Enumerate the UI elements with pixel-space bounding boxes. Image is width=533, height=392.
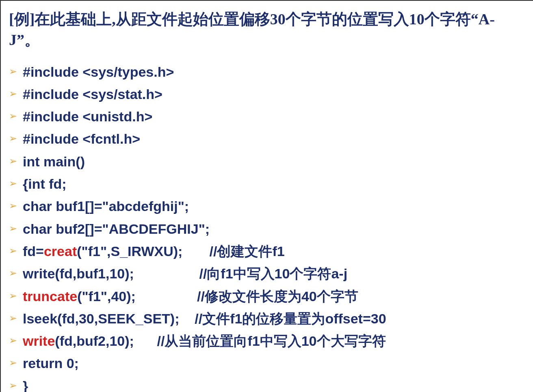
bullet-icon: ➢ — [9, 87, 17, 101]
code-text: lseek(fd,30,SEEK_SET); //文件f1的位移量置为offse… — [23, 309, 386, 329]
code-listing: ➢ #include <sys/types.h> ➢ #include <sys… — [9, 62, 525, 392]
bullet-icon: ➢ — [9, 289, 17, 303]
bullet-icon: ➢ — [9, 199, 17, 213]
bullet-icon: ➢ — [9, 177, 17, 191]
code-text: write(fd,buf2,10); //从当前位置向f1中写入10个大写字符 — [23, 331, 386, 351]
code-text: } — [23, 376, 28, 392]
code-text: #include <fcntl.h> — [23, 129, 140, 149]
code-line: ➢ write(fd,buf2,10); //从当前位置向f1中写入10个大写字… — [9, 331, 525, 351]
slide-title: [例]在此基础上,从距文件起始位置偏移30个字节的位置写入10个字符“A-J”。 — [9, 9, 525, 51]
code-text: #include <sys/stat.h> — [23, 84, 162, 104]
bullet-icon: ➢ — [9, 334, 17, 348]
code-text: fd=creat("f1",S_IRWXU); //创建文件f1 — [23, 241, 285, 261]
code-text: write(fd,buf1,10); //向f1中写入10个字符a-j — [23, 264, 347, 284]
code-text: return 0; — [23, 353, 79, 373]
code-line: ➢ #include <unistd.h> — [9, 107, 525, 127]
code-line: ➢ lseek(fd,30,SEEK_SET); //文件f1的位移量置为off… — [9, 309, 525, 329]
code-line: ➢ write(fd,buf1,10); //向f1中写入10个字符a-j — [9, 264, 525, 284]
code-line: ➢ int main() — [9, 152, 525, 172]
code-line: ➢ char buf1[]="abcdefghij"; — [9, 196, 525, 216]
bullet-icon: ➢ — [9, 244, 17, 258]
code-text: truncate("f1",40); //修改文件长度为40个字节 — [23, 286, 358, 306]
code-line: ➢ {int fd; — [9, 174, 525, 194]
bullet-icon: ➢ — [9, 356, 17, 370]
code-line: ➢ return 0; — [9, 353, 525, 373]
bullet-icon: ➢ — [9, 65, 17, 79]
bullet-icon: ➢ — [9, 131, 17, 146]
bullet-icon: ➢ — [9, 109, 17, 123]
bullet-icon: ➢ — [9, 154, 17, 168]
code-line: ➢ } — [9, 376, 525, 392]
bullet-icon: ➢ — [9, 311, 17, 325]
code-text: {int fd; — [23, 174, 67, 194]
code-line: ➢ char buf2[]="ABCDEFGHIJ"; — [9, 219, 525, 239]
code-line: ➢ truncate("f1",40); //修改文件长度为40个字节 — [9, 286, 525, 306]
bullet-icon: ➢ — [9, 379, 17, 392]
code-line: ➢ fd=creat("f1",S_IRWXU); //创建文件f1 — [9, 241, 525, 261]
bullet-icon: ➢ — [9, 222, 17, 236]
code-text: char buf2[]="ABCDEFGHIJ"; — [23, 219, 210, 239]
bullet-icon: ➢ — [9, 266, 17, 280]
code-text: char buf1[]="abcdefghij"; — [23, 196, 189, 216]
code-text: #include <sys/types.h> — [23, 62, 174, 82]
code-line: ➢ #include <sys/types.h> — [9, 62, 525, 82]
code-line: ➢ #include <sys/stat.h> — [9, 84, 525, 104]
code-text: #include <unistd.h> — [23, 107, 152, 127]
code-line: ➢ #include <fcntl.h> — [9, 129, 525, 149]
code-text: int main() — [23, 152, 85, 172]
